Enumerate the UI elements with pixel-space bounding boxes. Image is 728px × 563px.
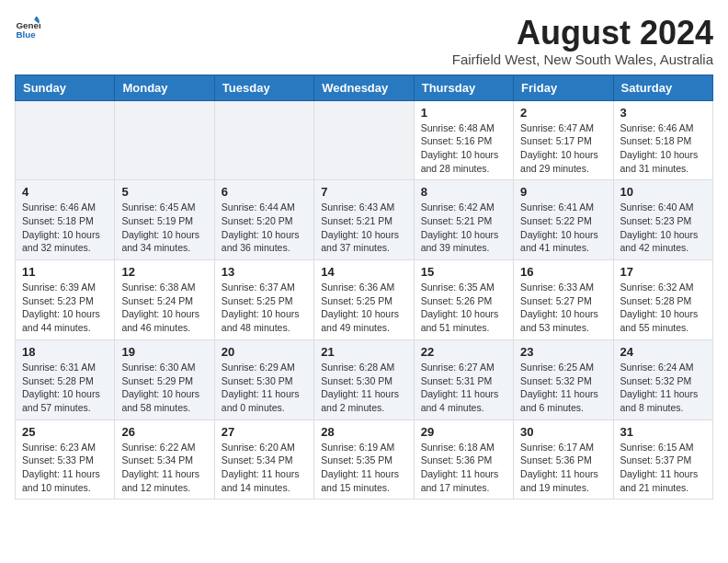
day-info: Sunrise: 6:32 AM Sunset: 5:28 PM Dayligh… <box>620 281 706 335</box>
calendar-cell: 20Sunrise: 6:29 AM Sunset: 5:30 PM Dayli… <box>214 339 313 419</box>
calendar-cell: 31Sunrise: 6:15 AM Sunset: 5:37 PM Dayli… <box>613 419 712 500</box>
day-number: 21 <box>321 345 406 359</box>
calendar-cell: 15Sunrise: 6:35 AM Sunset: 5:26 PM Dayli… <box>414 260 513 340</box>
day-number: 12 <box>121 265 207 279</box>
day-number: 9 <box>520 185 606 199</box>
day-number: 10 <box>620 185 706 199</box>
day-number: 4 <box>22 185 108 199</box>
day-number: 31 <box>620 425 706 439</box>
day-info: Sunrise: 6:47 AM Sunset: 5:17 PM Dayligh… <box>520 121 606 176</box>
day-number: 23 <box>520 345 606 359</box>
day-info: Sunrise: 6:31 AM Sunset: 5:28 PM Dayligh… <box>22 361 108 415</box>
day-number: 11 <box>22 265 108 279</box>
calendar-cell: 30Sunrise: 6:17 AM Sunset: 5:36 PM Dayli… <box>514 419 613 500</box>
calendar-cell: 22Sunrise: 6:27 AM Sunset: 5:31 PM Dayli… <box>414 339 513 419</box>
calendar-header-row: SundayMondayTuesdayWednesdayThursdayFrid… <box>16 75 713 100</box>
day-number: 25 <box>22 425 108 439</box>
day-number: 22 <box>421 345 506 359</box>
day-number: 2 <box>520 106 606 120</box>
day-of-week-header: Wednesday <box>314 75 414 100</box>
calendar-week-row: 18Sunrise: 6:31 AM Sunset: 5:28 PM Dayli… <box>16 339 713 419</box>
calendar-cell: 4Sunrise: 6:46 AM Sunset: 5:18 PM Daylig… <box>16 180 115 260</box>
calendar-cell: 8Sunrise: 6:42 AM Sunset: 5:21 PM Daylig… <box>414 180 513 260</box>
calendar-cell: 1Sunrise: 6:48 AM Sunset: 5:16 PM Daylig… <box>414 100 513 180</box>
calendar-week-row: 4Sunrise: 6:46 AM Sunset: 5:18 PM Daylig… <box>16 180 713 260</box>
calendar-cell: 11Sunrise: 6:39 AM Sunset: 5:23 PM Dayli… <box>16 260 115 340</box>
day-info: Sunrise: 6:33 AM Sunset: 5:27 PM Dayligh… <box>520 281 606 335</box>
day-info: Sunrise: 6:20 AM Sunset: 5:34 PM Dayligh… <box>222 441 307 495</box>
day-info: Sunrise: 6:42 AM Sunset: 5:21 PM Dayligh… <box>421 201 506 255</box>
calendar-cell: 29Sunrise: 6:18 AM Sunset: 5:36 PM Dayli… <box>414 419 513 500</box>
day-number: 15 <box>421 265 506 279</box>
day-info: Sunrise: 6:27 AM Sunset: 5:31 PM Dayligh… <box>421 361 506 415</box>
day-info: Sunrise: 6:48 AM Sunset: 5:16 PM Dayligh… <box>421 121 506 176</box>
calendar-cell: 3Sunrise: 6:46 AM Sunset: 5:18 PM Daylig… <box>613 100 712 180</box>
day-number: 7 <box>321 185 406 199</box>
calendar-cell: 7Sunrise: 6:43 AM Sunset: 5:21 PM Daylig… <box>314 180 414 260</box>
day-info: Sunrise: 6:18 AM Sunset: 5:36 PM Dayligh… <box>421 441 506 495</box>
calendar-cell: 24Sunrise: 6:24 AM Sunset: 5:32 PM Dayli… <box>613 339 712 419</box>
day-of-week-header: Monday <box>115 75 214 100</box>
day-number: 20 <box>222 345 307 359</box>
logo-icon: General Blue <box>15 15 40 40</box>
day-number: 19 <box>121 345 207 359</box>
day-number: 16 <box>520 265 606 279</box>
calendar-cell: 14Sunrise: 6:36 AM Sunset: 5:25 PM Dayli… <box>314 260 414 340</box>
calendar-cell: 28Sunrise: 6:19 AM Sunset: 5:35 PM Dayli… <box>314 419 414 500</box>
calendar-cell: 23Sunrise: 6:25 AM Sunset: 5:32 PM Dayli… <box>514 339 613 419</box>
calendar-cell: 18Sunrise: 6:31 AM Sunset: 5:28 PM Dayli… <box>16 339 115 419</box>
logo: General Blue <box>15 15 40 40</box>
day-number: 13 <box>222 265 307 279</box>
calendar-cell <box>314 100 414 180</box>
title-area: August 2024 Fairfield West, New South Wa… <box>452 15 713 67</box>
calendar-cell <box>214 100 313 180</box>
day-info: Sunrise: 6:46 AM Sunset: 5:18 PM Dayligh… <box>620 121 706 176</box>
day-info: Sunrise: 6:39 AM Sunset: 5:23 PM Dayligh… <box>22 281 108 335</box>
svg-marker-2 <box>34 16 40 19</box>
day-info: Sunrise: 6:38 AM Sunset: 5:24 PM Dayligh… <box>121 281 207 335</box>
day-number: 30 <box>520 425 606 439</box>
day-info: Sunrise: 6:23 AM Sunset: 5:33 PM Dayligh… <box>22 441 108 495</box>
day-number: 5 <box>121 185 207 199</box>
day-info: Sunrise: 6:41 AM Sunset: 5:22 PM Dayligh… <box>520 201 606 255</box>
day-info: Sunrise: 6:22 AM Sunset: 5:34 PM Dayligh… <box>121 441 207 495</box>
day-number: 29 <box>421 425 506 439</box>
calendar-cell: 26Sunrise: 6:22 AM Sunset: 5:34 PM Dayli… <box>115 419 214 500</box>
calendar-cell: 17Sunrise: 6:32 AM Sunset: 5:28 PM Dayli… <box>613 260 712 340</box>
day-number: 28 <box>321 425 406 439</box>
day-number: 26 <box>121 425 207 439</box>
day-info: Sunrise: 6:25 AM Sunset: 5:32 PM Dayligh… <box>520 361 606 415</box>
day-info: Sunrise: 6:30 AM Sunset: 5:29 PM Dayligh… <box>121 361 207 415</box>
calendar-cell <box>16 100 115 180</box>
main-title: August 2024 <box>452 15 713 52</box>
calendar-cell <box>115 100 214 180</box>
day-info: Sunrise: 6:29 AM Sunset: 5:30 PM Dayligh… <box>222 361 307 415</box>
calendar-cell: 16Sunrise: 6:33 AM Sunset: 5:27 PM Dayli… <box>514 260 613 340</box>
svg-text:Blue: Blue <box>16 29 36 40</box>
calendar-week-row: 11Sunrise: 6:39 AM Sunset: 5:23 PM Dayli… <box>16 260 713 340</box>
day-number: 3 <box>620 106 706 120</box>
day-of-week-header: Friday <box>514 75 613 100</box>
day-of-week-header: Tuesday <box>214 75 313 100</box>
calendar-cell: 21Sunrise: 6:28 AM Sunset: 5:30 PM Dayli… <box>314 339 414 419</box>
day-info: Sunrise: 6:46 AM Sunset: 5:18 PM Dayligh… <box>22 201 108 255</box>
day-info: Sunrise: 6:36 AM Sunset: 5:25 PM Dayligh… <box>321 281 406 335</box>
day-number: 8 <box>421 185 506 199</box>
day-of-week-header: Saturday <box>613 75 712 100</box>
day-number: 14 <box>321 265 406 279</box>
calendar-cell: 25Sunrise: 6:23 AM Sunset: 5:33 PM Dayli… <box>16 419 115 500</box>
day-info: Sunrise: 6:43 AM Sunset: 5:21 PM Dayligh… <box>321 201 406 255</box>
day-info: Sunrise: 6:40 AM Sunset: 5:23 PM Dayligh… <box>620 201 706 255</box>
day-info: Sunrise: 6:19 AM Sunset: 5:35 PM Dayligh… <box>321 441 406 495</box>
day-number: 1 <box>421 106 506 120</box>
day-info: Sunrise: 6:24 AM Sunset: 5:32 PM Dayligh… <box>620 361 706 415</box>
calendar-cell: 12Sunrise: 6:38 AM Sunset: 5:24 PM Dayli… <box>115 260 214 340</box>
calendar-week-row: 1Sunrise: 6:48 AM Sunset: 5:16 PM Daylig… <box>16 100 713 180</box>
day-info: Sunrise: 6:45 AM Sunset: 5:19 PM Dayligh… <box>121 201 207 255</box>
calendar-cell: 2Sunrise: 6:47 AM Sunset: 5:17 PM Daylig… <box>514 100 613 180</box>
calendar: SundayMondayTuesdayWednesdayThursdayFrid… <box>15 75 713 500</box>
subtitle: Fairfield West, New South Wales, Austral… <box>452 52 713 67</box>
calendar-cell: 27Sunrise: 6:20 AM Sunset: 5:34 PM Dayli… <box>214 419 313 500</box>
day-number: 27 <box>222 425 307 439</box>
day-number: 24 <box>620 345 706 359</box>
